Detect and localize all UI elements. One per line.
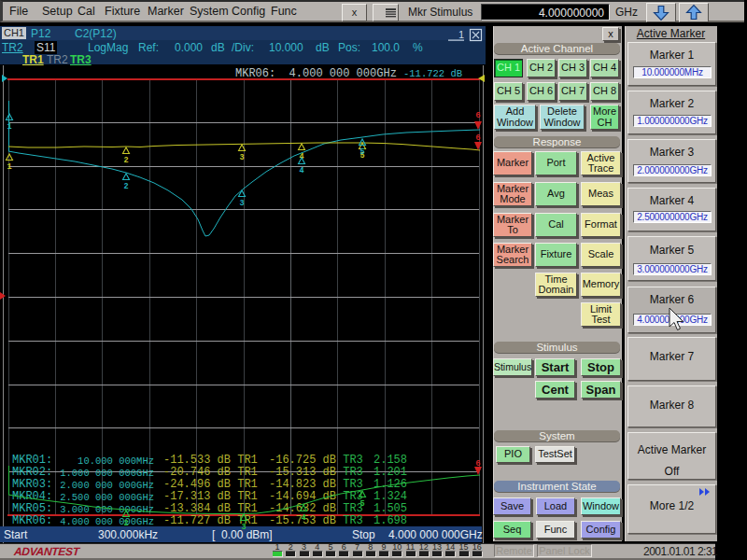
svg-text:6: 6 (475, 111, 480, 120)
svg-text:1: 1 (7, 162, 11, 172)
svg-text:1: 1 (7, 122, 11, 132)
svg-text:5: 5 (359, 147, 364, 157)
svg-text:3: 3 (239, 153, 244, 162)
svg-text:2: 2 (123, 519, 128, 528)
svg-text:3: 3 (239, 199, 244, 208)
svg-text:5: 5 (359, 499, 364, 509)
svg-text:6: 6 (475, 133, 480, 143)
svg-text:3: 3 (241, 523, 246, 532)
svg-text:2: 2 (123, 182, 128, 191)
svg-text:2: 2 (123, 156, 128, 165)
svg-text:4: 4 (301, 513, 305, 523)
svg-text:4: 4 (299, 166, 303, 175)
